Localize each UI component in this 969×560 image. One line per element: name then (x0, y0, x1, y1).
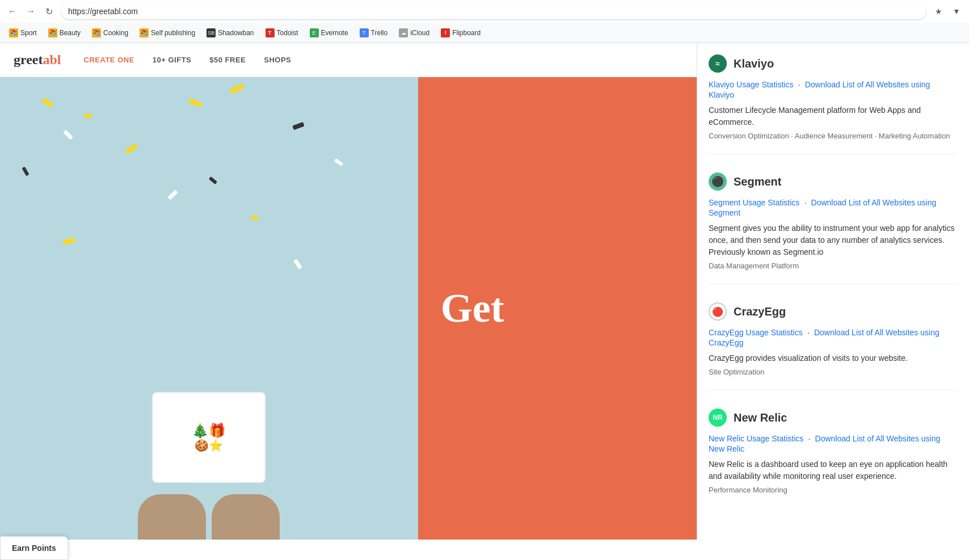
bookmark-todoist[interactable]: T Todoist (261, 26, 303, 40)
bookmark-beauty[interactable]: 📚 Beauty (44, 26, 85, 40)
newrelic-links: New Relic Usage Statistics · Download Li… (709, 433, 958, 454)
gift-box: 🎄🎁 🍪⭐ (152, 392, 266, 483)
bookmark-evernote-icon: E (310, 28, 319, 37)
refresh-button[interactable]: ↻ (41, 3, 57, 19)
bookmark-selfpublishing-icon: 📚 (140, 28, 149, 37)
bookmark-evernote-label: Evernote (321, 29, 348, 37)
bookmark-sport[interactable]: 📚 Sport (5, 26, 41, 40)
tool-header-newrelic: NR New Relic (709, 409, 958, 427)
bookmark-beauty-label: Beauty (60, 29, 81, 37)
browser-actions: ★ ▼ (930, 3, 964, 19)
gift-box-content: 🎄🎁 🍪⭐ (186, 417, 231, 458)
bookmark-cooking[interactable]: 📚 Cooking (87, 26, 133, 40)
bookmark-cooking-label: Cooking (103, 29, 128, 37)
bookmark-shadowban-icon: SB (207, 28, 216, 37)
confetti-12 (293, 259, 302, 270)
bookmark-cooking-icon: 📚 (92, 28, 101, 37)
klaviyo-stats-link[interactable]: Klaviyo Usage Statistics (709, 80, 793, 89)
bookmarks-bar: 📚 Sport 📚 Beauty 📚 Cooking 📚 Self publis… (0, 23, 969, 43)
segment-name: Segment (734, 175, 781, 188)
segment-description: Segment gives you the ability to instrum… (709, 222, 958, 258)
bookmark-flipboard-icon: f (441, 28, 450, 37)
segment-separator: · (804, 198, 809, 207)
back-button[interactable]: ← (5, 3, 20, 19)
confetti-13 (230, 83, 245, 94)
right-hand (212, 494, 280, 540)
nav-free[interactable]: $50 FREE (209, 56, 246, 64)
hero-text: Get (441, 285, 504, 332)
greetabl-logo: greetabl (14, 52, 61, 68)
bookmark-shadowban-label: Shadowban (218, 29, 254, 37)
bookmark-flipboard[interactable]: f Flipboard (436, 26, 485, 40)
klaviyo-icon: ≈ (709, 54, 727, 73)
bookmark-shadowban[interactable]: SB Shadowban (202, 26, 258, 40)
crazyegg-separator: · (807, 328, 812, 337)
klaviyo-separator: · (798, 80, 803, 89)
gift-icon-christmas-tree: 🎄🎁 (192, 423, 226, 439)
hands-gift-container: 🎄🎁 🍪⭐ (138, 392, 280, 540)
confetti-4 (125, 144, 138, 154)
segment-icon: ⚫ (709, 172, 727, 191)
tool-entry-klaviyo: ≈ Klaviyo Klaviyo Usage Statistics · Dow… (709, 54, 958, 154)
klaviyo-name: Klaviyo (734, 57, 774, 70)
bookmark-trello[interactable]: T Trello (355, 26, 393, 40)
newrelic-description: New Relic is a dashboard used to keep an… (709, 458, 958, 482)
crazyegg-description: CrazyEgg provides visualization of visit… (709, 352, 958, 364)
nav-gifts[interactable]: 10+ GIFTS (153, 56, 191, 64)
bookmark-flipboard-label: Flipboard (452, 29, 481, 37)
bookmark-trello-icon: T (360, 28, 369, 37)
crazyegg-icon: 🔴 (709, 302, 727, 321)
earn-points-badge[interactable]: Earn Points (0, 536, 68, 560)
forward-button[interactable]: → (23, 3, 39, 19)
hero-section: 🎄🎁 🍪⭐ Get (0, 77, 697, 540)
popup-panel[interactable]: ≈ Klaviyo Klaviyo Usage Statistics · Dow… (697, 43, 969, 540)
nav-create[interactable]: CREATE ONE (84, 56, 134, 64)
nav-shops[interactable]: SHOPS (264, 56, 291, 64)
tool-header-klaviyo: ≈ Klaviyo (709, 54, 958, 73)
address-input[interactable] (61, 3, 926, 19)
main-content: greetabl CREATE ONE 10+ GIFTS $50 FREE S… (0, 43, 969, 540)
newrelic-icon: NR (709, 409, 727, 427)
bookmark-todoist-label: Todoist (277, 29, 298, 37)
confetti-11 (62, 238, 75, 245)
confetti-7 (167, 190, 178, 200)
segment-links: Segment Usage Statistics · Download List… (709, 197, 958, 218)
confetti-14 (209, 176, 217, 184)
bookmark-selfpublishing[interactable]: 📚 Self publishing (135, 26, 200, 40)
extensions-button[interactable]: ▼ (949, 3, 964, 19)
earn-points-label: Earn Points (12, 544, 56, 553)
gift-icon-gingerbread: 🍪⭐ (192, 439, 226, 452)
left-hand (138, 494, 206, 540)
confetti-9 (292, 121, 305, 129)
tool-entry-segment: ⚫ Segment Segment Usage Statistics · Dow… (709, 172, 958, 284)
bookmark-selfpublishing-label: Self publishing (151, 29, 195, 37)
bookmark-evernote[interactable]: E Evernote (305, 26, 353, 40)
confetti-10 (334, 158, 344, 166)
newrelic-separator: · (808, 434, 813, 443)
confetti-1 (41, 98, 53, 107)
segment-category: Data Management Platform (709, 262, 958, 270)
tool-entry-newrelic: NR New Relic New Relic Usage Statistics … (709, 409, 958, 508)
bookmark-icloud-label: iCloud (410, 29, 429, 37)
crazyegg-category: Site Optimization (709, 368, 958, 376)
confetti-2 (83, 113, 92, 119)
bookmark-beauty-icon: 📚 (48, 28, 57, 37)
bookmark-button[interactable]: ★ (930, 3, 946, 19)
bookmark-sport-icon: 📚 (9, 28, 18, 37)
newrelic-name: New Relic (734, 411, 787, 424)
bookmark-sport-label: Sport (20, 29, 37, 37)
browser-chrome: ← → ↻ ★ ▼ 📚 Sport 📚 Beauty 📚 Cooking 📚 S… (0, 0, 969, 43)
newrelic-stats-link[interactable]: New Relic Usage Statistics (709, 434, 803, 443)
greetabl-nav-links: CREATE ONE 10+ GIFTS $50 FREE SHOPS (84, 56, 292, 64)
bookmark-icloud[interactable]: ☁ iCloud (394, 26, 434, 40)
website-content: greetabl CREATE ONE 10+ GIFTS $50 FREE S… (0, 43, 697, 540)
segment-stats-link[interactable]: Segment Usage Statistics (709, 198, 799, 207)
klaviyo-category: Conversion Optimization · Audience Measu… (709, 132, 958, 140)
bookmark-todoist-icon: T (266, 28, 275, 37)
crazyegg-stats-link[interactable]: CrazyEgg Usage Statistics (709, 328, 803, 337)
newrelic-category: Performance Monitoring (709, 486, 958, 494)
crazyegg-links: CrazyEgg Usage Statistics · Download Lis… (709, 327, 958, 348)
confetti-5 (22, 167, 29, 176)
klaviyo-description: Customer Lifecycle Management platform f… (709, 104, 958, 128)
popup-inner: ≈ Klaviyo Klaviyo Usage Statistics · Dow… (697, 43, 969, 537)
